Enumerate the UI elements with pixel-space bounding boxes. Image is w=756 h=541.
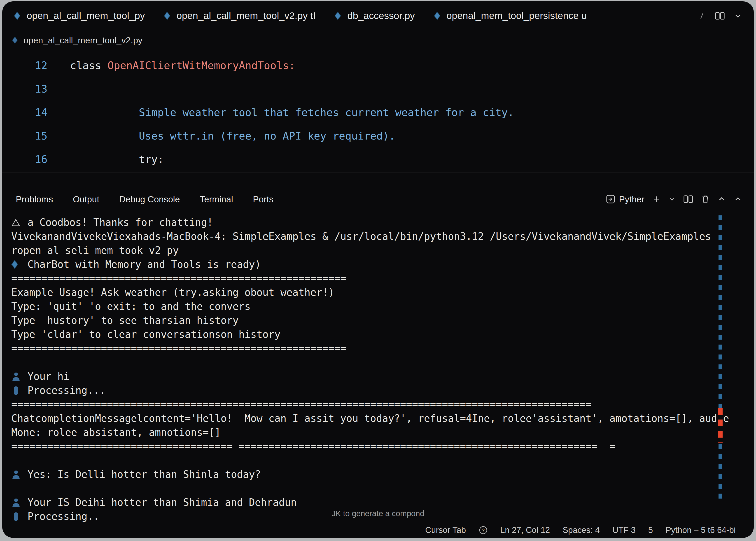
- terminal-blank-line: [11, 355, 754, 369]
- line-number: 12: [2, 54, 47, 77]
- terminal-text: Processing...: [28, 385, 105, 396]
- cursor-tab-status[interactable]: Cursor Tab: [425, 525, 466, 535]
- code-line: 16 try:: [2, 148, 754, 171]
- terminal-line: ropen al_seli_mem_took_v2 py: [11, 244, 754, 258]
- terminal-separator: ========================================…: [11, 271, 754, 285]
- code-line: 13: [2, 77, 754, 101]
- keyword: class: [70, 60, 108, 71]
- warning-triangle-icon: [11, 218, 28, 227]
- tab-label: open_al_call_mem_tool_v2.py tI: [177, 10, 316, 21]
- tab-terminal[interactable]: Terminal: [200, 194, 233, 204]
- code-line: 12 class OpenAICliertWitMemoryAndTools:: [2, 54, 754, 77]
- chevron-down-icon[interactable]: [669, 196, 675, 202]
- split-editor-icon[interactable]: [715, 11, 725, 20]
- encoding-indicator[interactable]: UTF 3: [612, 525, 636, 535]
- file-diamond-icon: [335, 12, 341, 20]
- terminal-separator: ========================================…: [11, 397, 754, 411]
- line-number: 16: [2, 148, 47, 171]
- terminal-separator: ========================================…: [11, 341, 754, 355]
- code-text: try:: [47, 148, 164, 171]
- terminal-line: Processing..: [11, 509, 754, 523]
- terminal-line: Type hustory' to see tharsian history: [11, 313, 754, 327]
- tabbar-actions: [698, 11, 754, 20]
- code-text: [47, 77, 70, 101]
- overview-ruler-error-marks: [718, 408, 723, 442]
- bot-pill-icon: [11, 385, 28, 395]
- line-number: 15: [2, 124, 47, 148]
- user-icon: [11, 470, 28, 479]
- tab-debug-console[interactable]: Debug Console: [119, 194, 180, 204]
- new-terminal-icon[interactable]: [653, 195, 661, 203]
- terminal-text: Type hustory' to see tharsian history: [11, 315, 239, 326]
- terminal-line: Example Usage! Ask weather (try.asking o…: [11, 285, 754, 299]
- terminal-text: CharBot with Memory and Tools is ready): [28, 259, 261, 270]
- terminal-text: Type: 'quit' 'o exit: to and the convers: [11, 301, 251, 312]
- terminal-text: ========================================…: [11, 399, 592, 410]
- terminal-output[interactable]: a Coodbos! Thanks for chatting! Vivekana…: [2, 211, 754, 507]
- eol-indicator[interactable]: 5: [648, 525, 653, 535]
- terminal-text: Processing..: [28, 511, 99, 522]
- code-line: 15 Uses wttr.in (free, no API key requir…: [2, 124, 754, 148]
- chevron-up-icon[interactable]: [718, 195, 726, 203]
- terminal-line: CharBot with Memory and Tools is ready): [11, 258, 754, 271]
- docstring-text: Simple weather tool that fetches current…: [47, 101, 514, 124]
- chevron-up-icon[interactable]: [734, 195, 742, 203]
- terminal-line: Mone: rolee absistant, amnotions=[]: [11, 425, 754, 439]
- terminal-text: Type 'cldar' to clear conversationson hi…: [11, 329, 281, 340]
- shell-selector[interactable]: Pyther: [606, 194, 644, 204]
- tab-label: openal_mem_tool_persistence u: [446, 10, 587, 21]
- terminal-line: Type 'cldar' to clear conversationson hi…: [11, 327, 754, 341]
- slash-icon[interactable]: [698, 12, 706, 20]
- docstring-text: Uses wttr.in (free, no API key required)…: [47, 124, 395, 148]
- file-diamond-icon: [434, 12, 440, 20]
- terminal-text: Mone: rolee absistant, amnotions=[]: [11, 427, 221, 438]
- tab-bar: open_al_call_mem_tool_py open_al_call_me…: [2, 1, 754, 30]
- editor-window: open_al_call_mem_tool_py open_al_call_me…: [2, 1, 754, 538]
- file-diamond-icon: [14, 12, 20, 20]
- terminal-text: ========================================…: [11, 343, 346, 354]
- panel-actions: Pyther: [606, 194, 742, 204]
- user-icon: [11, 372, 28, 381]
- tab-label: open_al_call_mem_tool_py: [27, 10, 145, 21]
- tab-label: db_accessor.py: [347, 10, 415, 21]
- terminal-blank-line: [11, 481, 754, 495]
- line-number: 13: [2, 77, 47, 101]
- tab-openal-mem-tool-persistence[interactable]: openal_mem_tool_persistence u: [431, 1, 603, 30]
- terminal-line: a Coodbos! Thanks for chatting!: [11, 216, 754, 230]
- tab-problems[interactable]: Probloms: [16, 194, 53, 204]
- line-col-indicator[interactable]: Ln 27, Col 12: [500, 525, 550, 535]
- indentation-indicator[interactable]: Spaces: 4: [562, 525, 600, 535]
- terminal-text: ChatcompletionMessagelcontent='Hello! Mo…: [11, 413, 729, 424]
- terminal-text: Example Usage! Ask weather (try.asking o…: [11, 287, 335, 298]
- line-number: 14: [2, 101, 47, 124]
- terminal-line: ChatcompletionMessagelcontent='Hello! Mo…: [11, 411, 754, 425]
- overview-ruler[interactable]: [718, 216, 722, 502]
- trash-icon[interactable]: [701, 195, 709, 204]
- tab-db-accessor-py[interactable]: db_accessor.py: [332, 1, 431, 30]
- split-terminal-icon[interactable]: [683, 195, 693, 204]
- divider: [2, 101, 754, 101]
- help-circle-icon[interactable]: ?: [478, 526, 487, 535]
- svg-text:?: ?: [482, 527, 484, 533]
- tab-open-al-call-mem-tool-v2-py[interactable]: open_al_call_mem_tool_v2.py tI: [161, 1, 332, 30]
- tab-ports[interactable]: Ports: [253, 194, 274, 204]
- breadcrumb[interactable]: open_al_call_mem_tool_v2.py: [2, 30, 754, 50]
- terminal-line: VivekanandVivekeViexahads-MacBook-4: Sim…: [11, 230, 754, 244]
- screen: open_al_call_mem_tool_py open_al_call_me…: [0, 0, 756, 541]
- class-name: OpenAICliertWitMemoryAndTools:: [108, 60, 295, 71]
- terminal-text: VivekanandVivekeViexahads-MacBook-4: Sim…: [11, 231, 711, 242]
- terminal-box-icon: [606, 195, 615, 204]
- code-editor[interactable]: 12 class OpenAICliertWitMemoryAndTools: …: [2, 50, 754, 188]
- file-diamond-icon: [12, 37, 18, 44]
- tab-output[interactable]: Output: [73, 194, 99, 204]
- chevron-down-icon[interactable]: [734, 12, 742, 20]
- language-mode-indicator[interactable]: Python – 5 t6 64-bi: [665, 525, 736, 535]
- user-icon: [11, 498, 28, 507]
- terminal-blank-line: [11, 453, 754, 467]
- tab-open-al-call-mem-tool-py[interactable]: open_al_call_mem_tool_py: [11, 1, 161, 30]
- code-line: 14 Simple weather tool that fetches curr…: [2, 101, 754, 124]
- terminal-separator: ===================================== ==…: [11, 439, 754, 453]
- terminal-text: ===================================== ==…: [11, 441, 615, 452]
- terminal-text: Your IS Deihi hotter than Shimia and Deh…: [28, 497, 297, 508]
- breadcrumb-file: open_al_call_mem_tool_v2.py: [23, 35, 143, 45]
